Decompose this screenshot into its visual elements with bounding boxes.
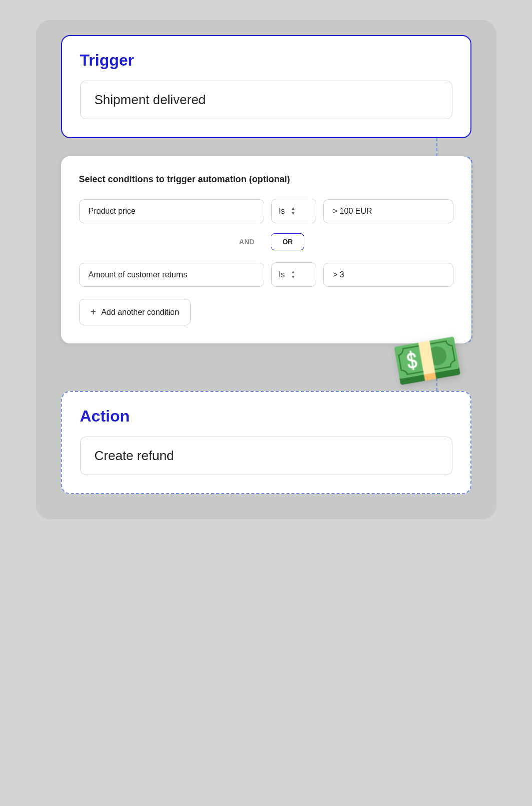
- condition-field-1[interactable]: Product price: [79, 199, 264, 223]
- action-wrapper: Action Create refund: [61, 391, 471, 494]
- conditions-card: Select conditions to trigger automation …: [61, 156, 471, 343]
- conditions-title: Select conditions to trigger automation …: [79, 174, 453, 185]
- trigger-card: Trigger Shipment delivered: [61, 35, 471, 138]
- page-wrapper: Trigger Shipment delivered Select condit…: [40, 20, 492, 519]
- add-condition-button[interactable]: + Add another condition: [79, 299, 191, 325]
- chevron-updown-icon: ▲ ▼: [291, 206, 295, 216]
- outer-background: Trigger Shipment delivered Select condit…: [36, 20, 496, 519]
- condition-row-2: Amount of customer returns Is ▲ ▼ > 3: [79, 262, 453, 287]
- trigger-to-conditions-connector: [61, 138, 471, 156]
- money-emoji: 💵: [387, 323, 466, 398]
- trigger-title: Trigger: [80, 51, 452, 70]
- condition-value-2[interactable]: > 3: [323, 263, 453, 287]
- action-title: Action: [80, 407, 452, 426]
- condition-operator-1[interactable]: Is ▲ ▼: [271, 199, 316, 223]
- or-button[interactable]: OR: [271, 233, 304, 250]
- condition-row-1: Product price Is ▲ ▼ > 100 EUR: [79, 199, 453, 223]
- condition-operator-2[interactable]: Is ▲ ▼: [271, 262, 316, 287]
- connector-dashed-line: [436, 138, 437, 156]
- add-condition-label: Add another condition: [101, 308, 179, 317]
- trigger-value: Shipment delivered: [80, 81, 452, 119]
- plus-icon: +: [91, 306, 97, 318]
- condition-value-1[interactable]: > 100 EUR: [323, 199, 453, 223]
- condition-field-2[interactable]: Amount of customer returns: [79, 263, 264, 287]
- action-card: Action Create refund: [61, 391, 471, 494]
- and-button[interactable]: AND: [228, 233, 266, 250]
- action-value: Create refund: [80, 437, 452, 475]
- logic-toggle: AND OR: [79, 233, 453, 250]
- chevron-updown-icon-2: ▲ ▼: [291, 270, 295, 279]
- conditions-wrapper: Select conditions to trigger automation …: [61, 156, 471, 343]
- money-illustration: 💵: [61, 328, 471, 393]
